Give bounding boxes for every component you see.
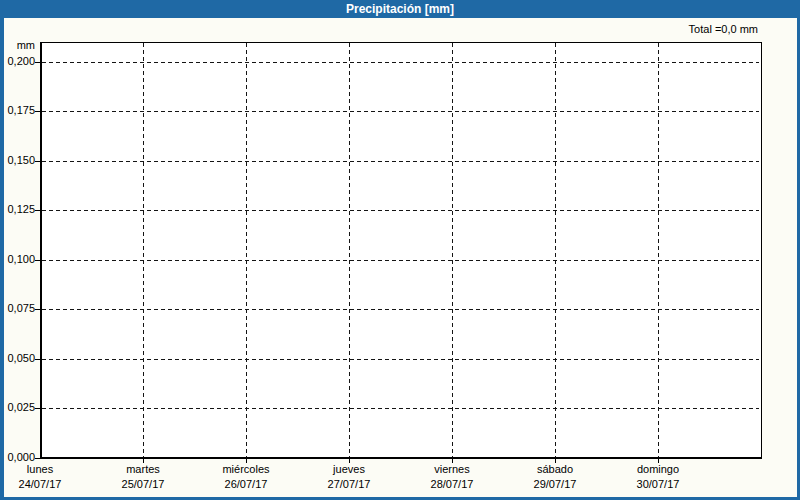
y-tick-mark bbox=[35, 111, 40, 112]
x-tick-label: martes25/07/17 bbox=[83, 462, 203, 492]
gridline-vertical bbox=[555, 43, 556, 457]
gridline-horizontal bbox=[42, 309, 759, 310]
x-tick-label: sábado29/07/17 bbox=[495, 462, 615, 492]
x-tick-label: miércoles26/07/17 bbox=[186, 462, 306, 492]
x-tick-label: viernes28/07/17 bbox=[392, 462, 512, 492]
gridline-horizontal bbox=[42, 111, 759, 112]
y-tick-label: 0,075 bbox=[0, 302, 35, 315]
y-tick-mark bbox=[35, 309, 40, 310]
day-date: 25/07/17 bbox=[83, 477, 203, 492]
y-tick-mark bbox=[35, 210, 40, 211]
y-tick-label: 0,050 bbox=[0, 352, 35, 365]
y-tick-mark bbox=[35, 260, 40, 261]
y-tick-label: 0,175 bbox=[0, 104, 35, 117]
day-name: miércoles bbox=[186, 462, 306, 477]
x-tick-label: jueves27/07/17 bbox=[289, 462, 409, 492]
gridline-horizontal bbox=[42, 408, 759, 409]
gridline-horizontal bbox=[42, 359, 759, 360]
day-name: jueves bbox=[289, 462, 409, 477]
y-tick-label: 0,100 bbox=[0, 253, 35, 266]
gridline-vertical bbox=[658, 43, 659, 457]
chart-title: Precipitación [mm] bbox=[0, 0, 800, 18]
plot-area bbox=[40, 42, 762, 459]
precipitation-chart-window: Precipitación [mm] Total =0,0 mm mm 0,20… bbox=[0, 0, 800, 500]
chart-title-bar: Precipitación [mm] bbox=[0, 0, 800, 18]
y-tick-label: 0,025 bbox=[0, 401, 35, 414]
day-date: 28/07/17 bbox=[392, 477, 512, 492]
y-tick-mark bbox=[35, 62, 40, 63]
x-tick-label: domingo30/07/17 bbox=[598, 462, 718, 492]
y-tick-mark bbox=[35, 458, 40, 459]
y-tick-label: 0,150 bbox=[0, 154, 35, 167]
gridline-horizontal bbox=[42, 161, 759, 162]
day-name: martes bbox=[83, 462, 203, 477]
day-date: 30/07/17 bbox=[598, 477, 718, 492]
y-axis-unit-label: mm bbox=[0, 39, 35, 51]
day-name: viernes bbox=[392, 462, 512, 477]
day-date: 27/07/17 bbox=[289, 477, 409, 492]
window-border-left bbox=[0, 0, 4, 500]
gridline-vertical bbox=[452, 43, 453, 457]
gridline-horizontal bbox=[42, 210, 759, 211]
gridline-horizontal bbox=[42, 62, 759, 63]
day-date: 26/07/17 bbox=[186, 477, 306, 492]
day-date: 29/07/17 bbox=[495, 477, 615, 492]
gridline-vertical bbox=[246, 43, 247, 457]
gridline-vertical bbox=[349, 43, 350, 457]
day-name: domingo bbox=[598, 462, 718, 477]
total-label: Total =0,0 mm bbox=[689, 23, 758, 35]
day-name: sábado bbox=[495, 462, 615, 477]
y-tick-mark bbox=[35, 161, 40, 162]
y-tick-label: 0,125 bbox=[0, 203, 35, 216]
gridline-horizontal bbox=[42, 260, 759, 261]
y-tick-mark bbox=[35, 359, 40, 360]
y-tick-label: 0,200 bbox=[0, 55, 35, 68]
gridline-vertical bbox=[143, 43, 144, 457]
y-tick-mark bbox=[35, 408, 40, 409]
